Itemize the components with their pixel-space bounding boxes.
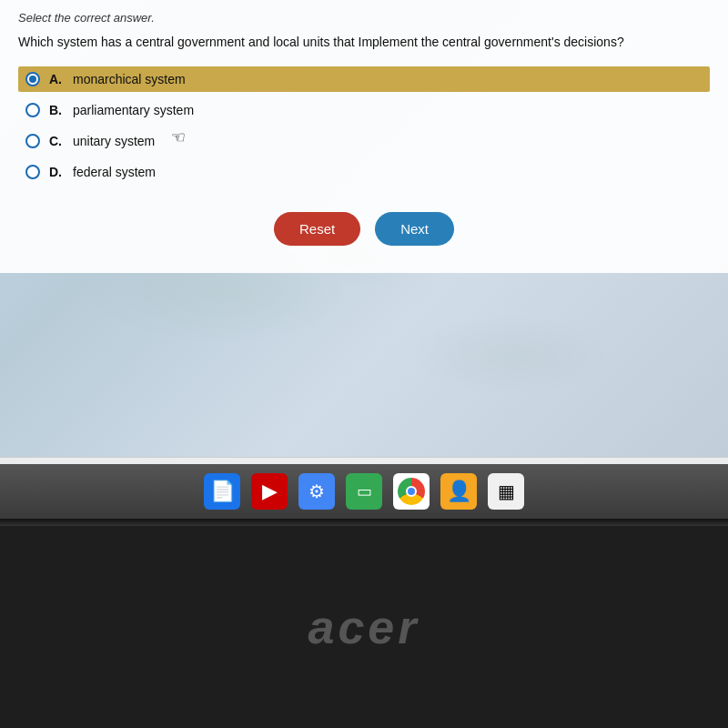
taskbar-window-icon[interactable]: ▭	[346, 473, 382, 510]
quiz-container: Select the correct answer. Which system …	[0, 0, 728, 273]
reset-button[interactable]: Reset	[274, 212, 360, 246]
laptop-hinge	[0, 519, 728, 526]
option-b-text: parliamentary system	[73, 103, 194, 117]
laptop-base: acer	[0, 519, 728, 728]
taskbar-docs-icon[interactable]: 📄	[204, 473, 240, 510]
option-c-text: unitary system	[73, 134, 155, 148]
option-d-label: D.	[49, 165, 66, 179]
taskbar-youtube-icon[interactable]: ▶	[251, 473, 288, 510]
option-c[interactable]: C. unitary system	[18, 128, 710, 154]
laptop-body: acer	[0, 526, 728, 728]
taskbar: 📄 ▶ ⚙ ▭ 👤 ▦	[0, 464, 728, 519]
buttons-row: Reset Next	[18, 212, 710, 246]
question-text: Which system has a central government an…	[18, 34, 710, 52]
next-button[interactable]: Next	[375, 212, 454, 246]
taskbar-settings-icon[interactable]: ⚙	[298, 473, 335, 510]
instruction-text: Select the correct answer.	[18, 11, 710, 25]
acer-logo: acer	[308, 600, 420, 654]
gear-icon: ⚙	[308, 480, 325, 502]
option-b[interactable]: B. parliamentary system	[18, 97, 710, 123]
chrome-logo	[398, 478, 425, 505]
radio-d	[25, 165, 40, 179]
chrome-inner-circle	[406, 486, 417, 497]
radio-c	[25, 134, 40, 148]
radio-a	[25, 72, 40, 86]
option-c-label: C.	[49, 134, 66, 148]
option-a-label: A.	[49, 72, 66, 86]
radio-a-fill	[29, 76, 36, 83]
radio-b	[25, 103, 40, 117]
screen: Select the correct answer. Which system …	[0, 0, 728, 482]
taskbar-qr-icon[interactable]: ▦	[488, 473, 524, 510]
option-d-text: federal system	[73, 165, 156, 179]
taskbar-profile-icon[interactable]: 👤	[440, 473, 477, 510]
taskbar-chrome-icon[interactable]	[393, 473, 430, 510]
options-list: A. monarchical system B. parliamentary s…	[18, 66, 710, 185]
option-d[interactable]: D. federal system	[18, 159, 710, 185]
option-a[interactable]: A. monarchical system	[18, 66, 710, 92]
option-a-text: monarchical system	[73, 72, 186, 86]
option-b-label: B.	[49, 103, 66, 117]
